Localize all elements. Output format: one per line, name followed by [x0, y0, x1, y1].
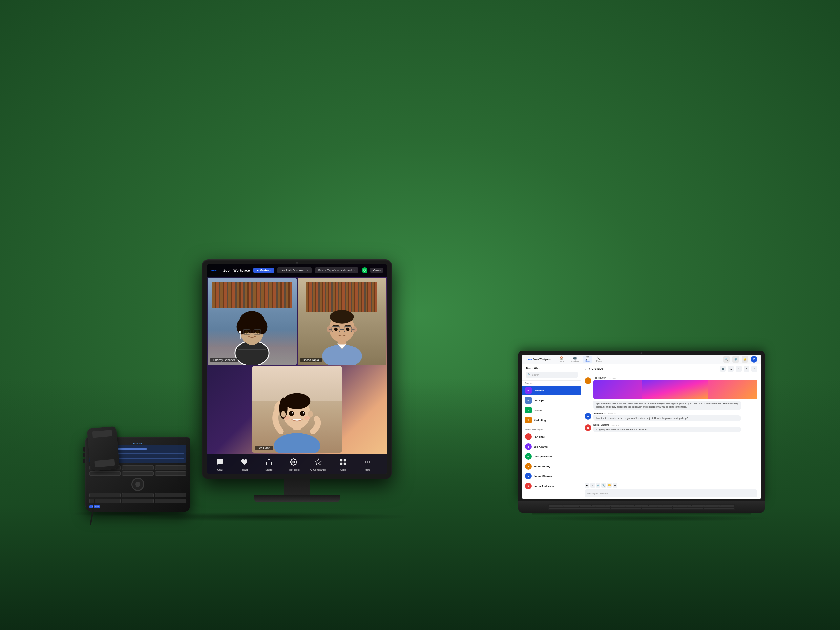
video-grid: Lindsay Sanchez [207, 276, 387, 454]
laptop-zoom-logo-text: zoom [526, 358, 532, 360]
lindsay-figure [221, 295, 283, 365]
starred-section-header: Starred [523, 381, 581, 385]
laptop-shadow [525, 515, 774, 522]
zoom-meeting-background: zoom Zoom Workplace Meeting Lea Hahn's s… [207, 264, 387, 474]
nav-tab-chat[interactable]: 💬 Chat [583, 356, 592, 363]
key-shift [549, 508, 579, 509]
formatting-toolbar: B I 🔗 📎 😊 🎙 [585, 482, 757, 488]
apps-icon [338, 457, 348, 467]
laptop-workplace-text: Zoom Workplace [532, 358, 551, 360]
add-members-btn[interactable]: + [736, 366, 742, 372]
sidebar-search[interactable]: 🔍 Search [526, 372, 578, 378]
toolbar-ai-companion[interactable]: AI Companion [309, 457, 327, 471]
phone-btn-7[interactable] [89, 493, 121, 497]
video-cell-lindsay: Lindsay Sanchez [208, 278, 297, 365]
naomi-chat-info: Naomi Sharma [534, 475, 578, 478]
channel-name-header: # Creative [589, 367, 603, 371]
chat-item-simon[interactable]: S Simon Ashby [523, 461, 581, 471]
desktop-monitor: zoom Zoom Workplace Meeting Lea Hahn's s… [125, 259, 469, 502]
george-chat-info: George Barnes [534, 455, 578, 458]
channel-info-btn[interactable]: ℹ [744, 366, 750, 372]
settings-icon[interactable]: ⚙️ [733, 356, 739, 363]
nav-tab-home[interactable]: 🏠 Home [556, 356, 567, 363]
nav-tab-phone[interactable]: 📞 Phone [594, 356, 605, 363]
chat-item-pan[interactable]: P Pan chat [523, 432, 581, 442]
creative-channel-name: Creative [534, 389, 578, 392]
toolbar-apps[interactable]: Apps [334, 457, 352, 471]
lea-figure [261, 374, 333, 453]
chat-item-george[interactable]: G George Barnes [523, 452, 581, 461]
phone-btn-4[interactable] [89, 471, 121, 476]
emoji-btn[interactable]: 😊 [607, 483, 612, 488]
chat-item-zoe[interactable]: Z Zoe Adams [523, 442, 581, 452]
rocco-name-label: Rocco Tapia [300, 358, 322, 362]
toolbar-react[interactable]: React [235, 457, 254, 471]
hd-voice-container: HD Voice [89, 505, 186, 508]
phone-side-btn-3[interactable] [83, 459, 85, 463]
chat-item-karim[interactable]: K Karim Anderson [523, 481, 581, 491]
attachment-preview [593, 380, 757, 399]
bold-btn[interactable]: B [585, 483, 589, 488]
italic-btn[interactable]: I [590, 483, 595, 488]
svg-point-37 [300, 411, 305, 416]
phone-side-btn-2[interactable] [83, 453, 85, 458]
profile-icon[interactable]: Z [751, 356, 757, 363]
key-28 [611, 508, 626, 509]
zoom-app-nav: 🏠 Home 📹 Meetings 💬 Chat 📞 [556, 356, 605, 363]
key-23 [688, 506, 703, 507]
creative-channel-icon: # [525, 387, 532, 394]
phone-side-btn-1[interactable] [83, 447, 85, 452]
phone-nav-icon: 📞 [597, 356, 601, 360]
host-tools-icon [289, 457, 299, 467]
security-shield-icon[interactable]: 🛡 [362, 267, 368, 273]
devops-channel-name: Dev-Ops [534, 399, 578, 402]
close-channel-btn[interactable]: × [752, 366, 757, 372]
toolbar-chat[interactable]: Chat [211, 457, 229, 471]
toolbar-share[interactable]: Share [260, 457, 278, 471]
svg-point-38 [292, 412, 293, 414]
chat-item-naomi[interactable]: N Naomi Sharma [523, 471, 581, 481]
chat-item-devops[interactable]: # Dev-Ops [523, 395, 581, 405]
notifications-icon[interactable]: 🔔 [742, 356, 748, 363]
laptop: zoom Zoom Workplace 🏠 Home 📹 Meetings [518, 351, 764, 515]
more-label: More [365, 468, 371, 471]
andrew-message-avatar: A [585, 413, 591, 420]
toolbar-more[interactable]: More [358, 457, 377, 471]
key-21 [657, 506, 672, 507]
share-icon [264, 457, 274, 467]
simon-chat-name: Simon Ashby [534, 465, 578, 468]
svg-point-19 [330, 310, 354, 324]
chat-header-actions: 📹 📞 + ℹ × [720, 366, 757, 372]
key-10 [677, 505, 692, 506]
key-19 [626, 506, 641, 507]
svg-point-12 [245, 330, 248, 333]
link-btn[interactable]: 🔗 [596, 483, 600, 488]
svg-point-40 [284, 416, 290, 420]
voice-call-btn[interactable]: 📞 [728, 366, 734, 372]
chat-input-field[interactable]: Message Creative + [585, 489, 757, 497]
chat-item-general[interactable]: # General [523, 405, 581, 415]
meetings-nav-label: Meetings [571, 360, 579, 362]
meeting-tab[interactable]: Meeting [253, 268, 274, 273]
pan-avatar: P [525, 433, 532, 440]
naomi-message-content: Naomi Sharma 11:41 AM It's going well, w… [593, 424, 757, 433]
video-call-btn[interactable]: 📹 [720, 366, 726, 372]
andrew-message-content: Andrew Cox 11:34 AM I wanted to check in… [593, 412, 757, 421]
chat-item-marketing[interactable]: # Marketing [523, 415, 581, 425]
phone-side-buttons [83, 447, 85, 463]
pan-chat-name: Pan chat [534, 436, 578, 438]
toolbar-host-tools[interactable]: Host tools [285, 457, 303, 471]
attach-btn[interactable]: 📎 [602, 483, 606, 488]
search-icon[interactable]: 🔍 [723, 356, 730, 363]
apps-label: Apps [340, 468, 346, 471]
chat-item-creative[interactable]: # Creative [523, 385, 581, 395]
nav-tab-meetings[interactable]: 📹 Meetings [568, 356, 581, 363]
general-channel-info: General [534, 409, 578, 412]
views-button[interactable]: Views [370, 268, 383, 273]
screen-tab[interactable]: Lea Hahn's screen [277, 267, 312, 273]
whiteboard-tab[interactable]: Rocco Tapia's whiteboard [315, 267, 358, 273]
audio-btn[interactable]: 🎙 [613, 483, 617, 488]
monitor-base [254, 496, 339, 502]
chat-toolbar-label: Chat [217, 468, 223, 471]
monitor-neck [284, 479, 310, 496]
